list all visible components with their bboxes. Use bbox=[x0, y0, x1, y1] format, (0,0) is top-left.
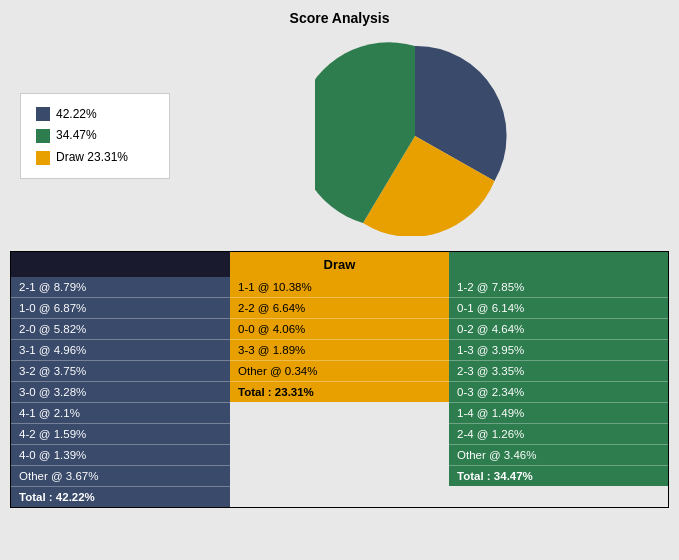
away-row-1: 0-1 @ 6.14% bbox=[449, 298, 668, 319]
draw-header: Draw bbox=[230, 252, 449, 277]
draw-row-1: 2-2 @ 6.64% bbox=[230, 298, 449, 319]
home-row-3: 3-1 @ 4.96% bbox=[11, 340, 230, 361]
home-row-2: 2-0 @ 5.82% bbox=[11, 319, 230, 340]
away-row-7: 2-4 @ 1.26% bbox=[449, 424, 668, 445]
draw-row-2: 0-0 @ 4.06% bbox=[230, 319, 449, 340]
legend-box: 42.22% 34.47% Draw 23.31% bbox=[20, 93, 170, 180]
draw-row-0: 1-1 @ 10.38% bbox=[230, 277, 449, 298]
score-table: 2-1 @ 8.79% 1-0 @ 6.87% 2-0 @ 5.82% 3-1 … bbox=[10, 251, 669, 508]
home-header bbox=[11, 252, 230, 277]
draw-legend-label: Draw 23.31% bbox=[56, 147, 128, 169]
pie-chart-container bbox=[170, 36, 659, 236]
away-row-4: 2-3 @ 3.35% bbox=[449, 361, 668, 382]
home-column: 2-1 @ 8.79% 1-0 @ 6.87% 2-0 @ 5.82% 3-1 … bbox=[11, 252, 230, 507]
legend-away: 34.47% bbox=[36, 125, 154, 147]
away-row-5: 0-3 @ 2.34% bbox=[449, 382, 668, 403]
draw-total: Total : 23.31% bbox=[230, 382, 449, 402]
draw-color-swatch bbox=[36, 151, 50, 165]
away-row-8: Other @ 3.46% bbox=[449, 445, 668, 466]
home-legend-label: 42.22% bbox=[56, 104, 97, 126]
home-row-7: 4-2 @ 1.59% bbox=[11, 424, 230, 445]
away-column: 1-2 @ 7.85% 0-1 @ 6.14% 0-2 @ 4.64% 1-3 … bbox=[449, 252, 668, 507]
home-row-4: 3-2 @ 3.75% bbox=[11, 361, 230, 382]
away-row-2: 0-2 @ 4.64% bbox=[449, 319, 668, 340]
home-row-0: 2-1 @ 8.79% bbox=[11, 277, 230, 298]
legend-home: 42.22% bbox=[36, 104, 154, 126]
away-body: 1-2 @ 7.85% 0-1 @ 6.14% 0-2 @ 4.64% 1-3 … bbox=[449, 277, 668, 486]
legend-draw: Draw 23.31% bbox=[36, 147, 154, 169]
page-title: Score Analysis bbox=[10, 10, 669, 26]
away-total: Total : 34.47% bbox=[449, 466, 668, 486]
home-body: 2-1 @ 8.79% 1-0 @ 6.87% 2-0 @ 5.82% 3-1 … bbox=[11, 277, 230, 507]
home-row-8: 4-0 @ 1.39% bbox=[11, 445, 230, 466]
away-header bbox=[449, 252, 668, 277]
draw-row-4: Other @ 0.34% bbox=[230, 361, 449, 382]
pie-chart bbox=[315, 36, 515, 236]
draw-row-3: 3-3 @ 1.89% bbox=[230, 340, 449, 361]
draw-column: Draw 1-1 @ 10.38% 2-2 @ 6.64% 0-0 @ 4.06… bbox=[230, 252, 449, 507]
home-total: Total : 42.22% bbox=[11, 487, 230, 507]
home-row-5: 3-0 @ 3.28% bbox=[11, 382, 230, 403]
away-row-6: 1-4 @ 1.49% bbox=[449, 403, 668, 424]
away-legend-label: 34.47% bbox=[56, 125, 97, 147]
away-color-swatch bbox=[36, 129, 50, 143]
away-row-3: 1-3 @ 3.95% bbox=[449, 340, 668, 361]
home-row-6: 4-1 @ 2.1% bbox=[11, 403, 230, 424]
away-row-0: 1-2 @ 7.85% bbox=[449, 277, 668, 298]
home-color-swatch bbox=[36, 107, 50, 121]
draw-body: 1-1 @ 10.38% 2-2 @ 6.64% 0-0 @ 4.06% 3-3… bbox=[230, 277, 449, 402]
home-row-1: 1-0 @ 6.87% bbox=[11, 298, 230, 319]
home-row-9: Other @ 3.67% bbox=[11, 466, 230, 487]
